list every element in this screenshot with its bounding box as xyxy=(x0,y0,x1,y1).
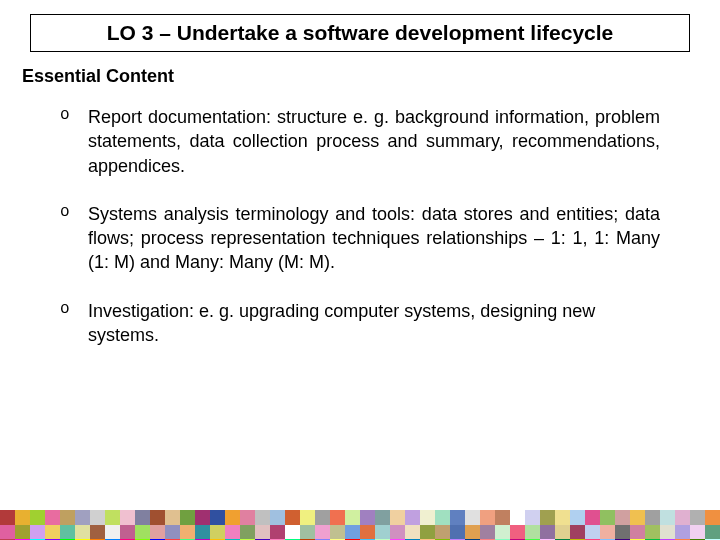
bullet-text: Report documentation: structure e. g. ba… xyxy=(88,105,660,178)
bullet-text: Systems analysis terminology and tools: … xyxy=(88,202,660,275)
slide-title: LO 3 – Undertake a software development … xyxy=(41,21,679,45)
list-item: o Report documentation: structure e. g. … xyxy=(60,105,660,178)
section-heading: Essential Content xyxy=(22,66,720,87)
slide: LO 3 – Undertake a software development … xyxy=(0,14,720,540)
bullet-marker: o xyxy=(60,105,88,178)
decorative-color-strip xyxy=(0,510,720,540)
list-item: o Systems analysis terminology and tools… xyxy=(60,202,660,275)
bullet-list: o Report documentation: structure e. g. … xyxy=(60,105,660,347)
list-item: o Investigation: e. g. upgrading compute… xyxy=(60,299,660,348)
bullet-text: Investigation: e. g. upgrading computer … xyxy=(88,299,660,348)
bullet-marker: o xyxy=(60,202,88,275)
title-box: LO 3 – Undertake a software development … xyxy=(30,14,690,52)
bullet-marker: o xyxy=(60,299,88,348)
